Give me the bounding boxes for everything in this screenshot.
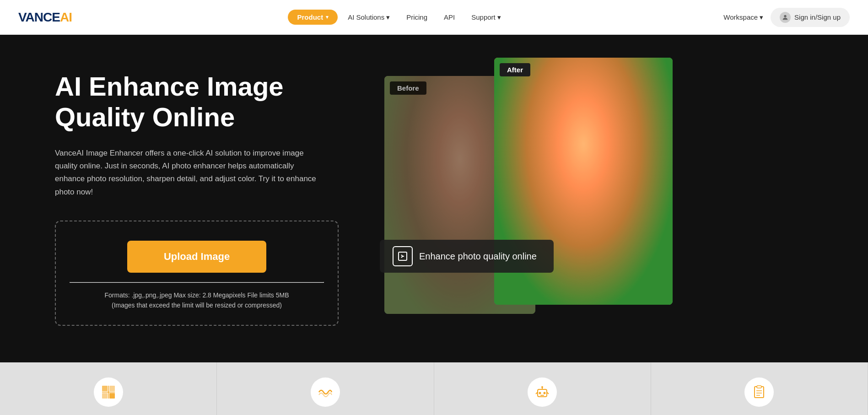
product-label: Product — [297, 13, 323, 21]
svg-rect-11 — [540, 395, 544, 396]
svg-point-0 — [784, 15, 786, 17]
navbar: VANCEAI Product ▾ AI Solutions ▾ Pricing… — [0, 0, 868, 35]
workspace-button[interactable]: Workspace ▾ — [723, 13, 763, 22]
product-chevron-icon: ▾ — [326, 14, 329, 20]
waves-icon — [317, 384, 334, 400]
workspace-label: Workspace — [723, 13, 758, 21]
after-label: After — [500, 63, 530, 76]
api-label: API — [444, 13, 455, 21]
svg-rect-2 — [102, 386, 108, 391]
robot-icon — [534, 384, 550, 400]
enhance-badge-icon — [393, 246, 413, 266]
logo[interactable]: VANCEAI — [18, 10, 72, 25]
before-label: Before — [390, 81, 426, 95]
upload-image-button[interactable]: Upload Image — [127, 241, 266, 273]
svg-point-13 — [541, 386, 543, 388]
upload-divider — [70, 282, 324, 283]
pricing-link[interactable]: Pricing — [400, 10, 434, 25]
signin-button[interactable]: Sign in/Sign up — [771, 8, 850, 27]
enhance-icon — [100, 384, 117, 400]
api-link[interactable]: API — [437, 10, 461, 25]
upload-formats: Formats: .jpg,.png,.jpeg Max size: 2.8 M… — [70, 290, 324, 311]
bottom-cards — [0, 362, 868, 415]
svg-point-10 — [544, 392, 546, 394]
card-icon-circle-1 — [94, 377, 123, 407]
bottom-card-4[interactable] — [651, 362, 868, 415]
nav-right: Workspace ▾ Sign in/Sign up — [723, 8, 850, 27]
ai-solutions-chevron-icon: ▾ — [386, 13, 390, 22]
enhance-badge: Enhance photo quality online — [380, 240, 554, 273]
svg-rect-3 — [109, 386, 115, 391]
card-icon-circle-3 — [528, 377, 557, 407]
user-icon — [780, 12, 791, 23]
svg-rect-17 — [757, 386, 761, 388]
svg-rect-5 — [109, 393, 115, 399]
logo-ai: AI — [60, 10, 72, 24]
hero-title: AI Enhance Image Quality Online — [55, 71, 366, 132]
upload-box: Upload Image Formats: .jpg,.png,.jpeg Ma… — [55, 221, 339, 326]
formats-text: Formats: .jpg,.png,.jpeg Max size: 2.8 M… — [104, 291, 289, 299]
hero-left: AI Enhance Image Quality Online VanceAI … — [55, 67, 366, 326]
nav-links: Product ▾ AI Solutions ▾ Pricing API Sup… — [288, 10, 507, 25]
logo-vance: VANCE — [18, 10, 60, 24]
svg-point-9 — [539, 392, 541, 394]
card-icon-circle-4 — [744, 377, 774, 407]
support-chevron-icon: ▾ — [497, 13, 501, 22]
support-label: Support — [471, 13, 496, 21]
hero-section: AI Enhance Image Quality Online VanceAI … — [0, 35, 868, 362]
product-button[interactable]: Product ▾ — [288, 10, 338, 25]
formats-note: (Images that exceed the limit will be re… — [112, 302, 282, 309]
hero-description: VanceAI Image Enhancer offers a one-clic… — [55, 147, 320, 198]
before-after-container: Before After — [384, 58, 831, 314]
support-link[interactable]: Support ▾ — [465, 10, 507, 25]
hero-right: Before After Enhance photo quality onlin… — [384, 58, 831, 314]
workspace-chevron-icon: ▾ — [760, 13, 763, 22]
clipboard-icon — [751, 384, 767, 400]
logo-text: VANCEAI — [18, 10, 72, 25]
bottom-card-1[interactable] — [0, 362, 217, 415]
svg-rect-4 — [102, 393, 108, 399]
ai-solutions-link[interactable]: AI Solutions ▾ — [341, 10, 396, 25]
bottom-card-3[interactable] — [434, 362, 651, 415]
enhance-badge-text: Enhance photo quality online — [419, 251, 537, 262]
pricing-label: Pricing — [406, 13, 427, 21]
signin-label: Sign in/Sign up — [794, 13, 841, 21]
bottom-card-2[interactable] — [217, 362, 434, 415]
card-icon-circle-2 — [311, 377, 340, 407]
ai-solutions-label: AI Solutions — [348, 13, 384, 21]
